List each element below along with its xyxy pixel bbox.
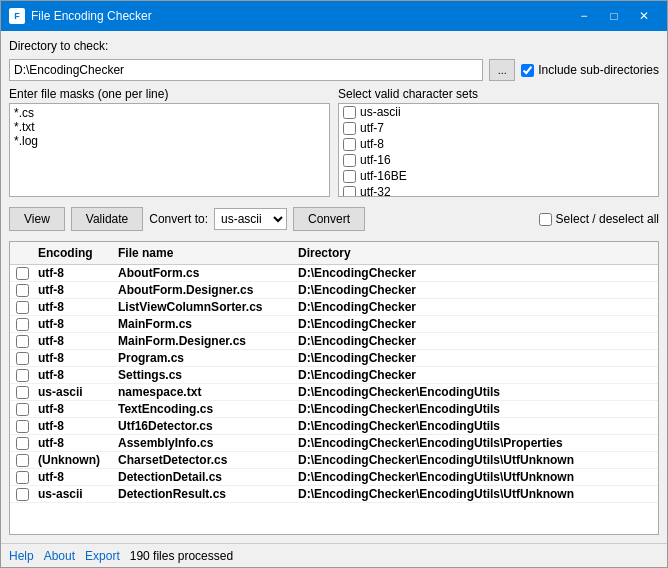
charset-checkbox-utf-16BE[interactable]: [343, 170, 356, 183]
minimize-button[interactable]: −: [569, 6, 599, 26]
main-content: Directory to check: ... Include sub-dire…: [1, 31, 667, 543]
export-link[interactable]: Export: [85, 549, 120, 563]
status-bar: Help About Export 190 files processed: [1, 543, 667, 567]
row-directory: D:\EncodingChecker: [294, 350, 658, 366]
table-row[interactable]: utf-8AboutForm.csD:\EncodingChecker: [10, 265, 658, 282]
select-all-label[interactable]: Select / deselect all: [539, 212, 659, 226]
include-subdirs-label[interactable]: Include sub-directories: [521, 63, 659, 77]
row-filename: AssemblyInfo.cs: [114, 435, 294, 451]
maximize-button[interactable]: □: [599, 6, 629, 26]
row-directory: D:\EncodingChecker: [294, 367, 658, 383]
row-encoding: utf-8: [34, 299, 114, 315]
validate-button[interactable]: Validate: [71, 207, 143, 231]
row-encoding: utf-8: [34, 265, 114, 281]
row-checkbox-2[interactable]: [16, 301, 29, 314]
file-list-container: Encoding File name Directory utf-8AboutF…: [9, 241, 659, 535]
row-checkbox-5[interactable]: [16, 352, 29, 365]
header-check-col: [10, 244, 34, 262]
about-link[interactable]: About: [44, 549, 75, 563]
row-encoding: utf-8: [34, 469, 114, 485]
directory-input[interactable]: [9, 59, 483, 81]
row-checkbox-13[interactable]: [16, 488, 29, 501]
row-encoding: us-ascii: [34, 486, 114, 502]
view-button[interactable]: View: [9, 207, 65, 231]
select-all-text: Select / deselect all: [556, 212, 659, 226]
row-checkbox-3[interactable]: [16, 318, 29, 331]
close-button[interactable]: ✕: [629, 6, 659, 26]
row-directory: D:\EncodingChecker\EncodingUtils: [294, 384, 658, 400]
row-directory: D:\EncodingChecker\EncodingUtils: [294, 418, 658, 434]
row-checkbox-11[interactable]: [16, 454, 29, 467]
table-row[interactable]: utf-8AssemblyInfo.csD:\EncodingChecker\E…: [10, 435, 658, 452]
file-list-body: utf-8AboutForm.csD:\EncodingCheckerutf-8…: [10, 265, 658, 534]
row-encoding: utf-8: [34, 401, 114, 417]
row-filename: CharsetDetector.cs: [114, 452, 294, 468]
include-subdirs-checkbox[interactable]: [521, 64, 534, 77]
select-all-checkbox[interactable]: [539, 213, 552, 226]
table-row[interactable]: (Unknown)CharsetDetector.csD:\EncodingCh…: [10, 452, 658, 469]
row-checkbox-10[interactable]: [16, 437, 29, 450]
table-row[interactable]: utf-8ListViewColumnSorter.csD:\EncodingC…: [10, 299, 658, 316]
table-row[interactable]: utf-8Settings.csD:\EncodingChecker: [10, 367, 658, 384]
row-encoding: us-ascii: [34, 384, 114, 400]
row-encoding: utf-8: [34, 350, 114, 366]
row-encoding: utf-8: [34, 435, 114, 451]
charset-checkbox-us-ascii[interactable]: [343, 106, 356, 119]
row-filename: namespace.txt: [114, 384, 294, 400]
help-link[interactable]: Help: [9, 549, 34, 563]
row-filename: Settings.cs: [114, 367, 294, 383]
charset-checkbox-utf-7[interactable]: [343, 122, 356, 135]
row-checkbox-6[interactable]: [16, 369, 29, 382]
charset-item: utf-16BE: [339, 168, 658, 184]
charset-label-utf-8: utf-8: [360, 137, 384, 151]
title-bar: F File Encoding Checker − □ ✕: [1, 1, 667, 31]
row-filename: DetectionDetail.cs: [114, 469, 294, 485]
table-row[interactable]: utf-8TextEncoding.csD:\EncodingChecker\E…: [10, 401, 658, 418]
table-row[interactable]: utf-8MainForm.csD:\EncodingChecker: [10, 316, 658, 333]
charset-label-utf-7: utf-7: [360, 121, 384, 135]
toolbar: View Validate Convert to: us-asciiutf-7u…: [9, 203, 659, 235]
row-directory: D:\EncodingChecker: [294, 299, 658, 315]
row-checkbox-12[interactable]: [16, 471, 29, 484]
table-row[interactable]: utf-8AboutForm.Designer.csD:\EncodingChe…: [10, 282, 658, 299]
two-panel: Enter file masks (one per line) *.cs *.t…: [9, 87, 659, 197]
charset-label-utf-16BE: utf-16BE: [360, 169, 407, 183]
file-list-header: Encoding File name Directory: [10, 242, 658, 265]
row-directory: D:\EncodingChecker\EncodingUtils\UtfUnkn…: [294, 469, 658, 485]
charset-checkbox-utf-32[interactable]: [343, 186, 356, 198]
charset-checkbox-utf-16[interactable]: [343, 154, 356, 167]
charset-item: utf-16: [339, 152, 658, 168]
row-filename: Program.cs: [114, 350, 294, 366]
convert-button[interactable]: Convert: [293, 207, 365, 231]
row-encoding: utf-8: [34, 367, 114, 383]
table-row[interactable]: us-asciiDetectionResult.csD:\EncodingChe…: [10, 486, 658, 503]
masks-panel: Enter file masks (one per line) *.cs *.t…: [9, 87, 330, 197]
convert-to-label: Convert to:: [149, 212, 208, 226]
row-filename: AboutForm.cs: [114, 265, 294, 281]
table-row[interactable]: utf-8Program.csD:\EncodingChecker: [10, 350, 658, 367]
row-checkbox-4[interactable]: [16, 335, 29, 348]
browse-button[interactable]: ...: [489, 59, 515, 81]
masks-textarea[interactable]: *.cs *.txt *.log: [9, 103, 330, 197]
row-checkbox-0[interactable]: [16, 267, 29, 280]
row-checkbox-1[interactable]: [16, 284, 29, 297]
app-icon: F: [9, 8, 25, 24]
charset-item: utf-7: [339, 120, 658, 136]
charset-item: utf-32: [339, 184, 658, 197]
charsets-panel: Select valid character sets us-asciiutf-…: [338, 87, 659, 197]
table-row[interactable]: utf-8Utf16Detector.csD:\EncodingChecker\…: [10, 418, 658, 435]
header-filename: File name: [114, 244, 294, 262]
row-checkbox-9[interactable]: [16, 420, 29, 433]
row-checkbox-8[interactable]: [16, 403, 29, 416]
charset-item: us-ascii: [339, 104, 658, 120]
row-filename: DetectionResult.cs: [114, 486, 294, 502]
row-filename: ListViewColumnSorter.cs: [114, 299, 294, 315]
charset-checkbox-utf-8[interactable]: [343, 138, 356, 151]
main-window: F File Encoding Checker − □ ✕ Directory …: [0, 0, 668, 568]
row-directory: D:\EncodingChecker: [294, 316, 658, 332]
table-row[interactable]: utf-8DetectionDetail.csD:\EncodingChecke…: [10, 469, 658, 486]
convert-to-select[interactable]: us-asciiutf-7utf-8utf-16utf-16BEutf-32: [214, 208, 287, 230]
table-row[interactable]: us-asciinamespace.txtD:\EncodingChecker\…: [10, 384, 658, 401]
row-checkbox-7[interactable]: [16, 386, 29, 399]
table-row[interactable]: utf-8MainForm.Designer.csD:\EncodingChec…: [10, 333, 658, 350]
